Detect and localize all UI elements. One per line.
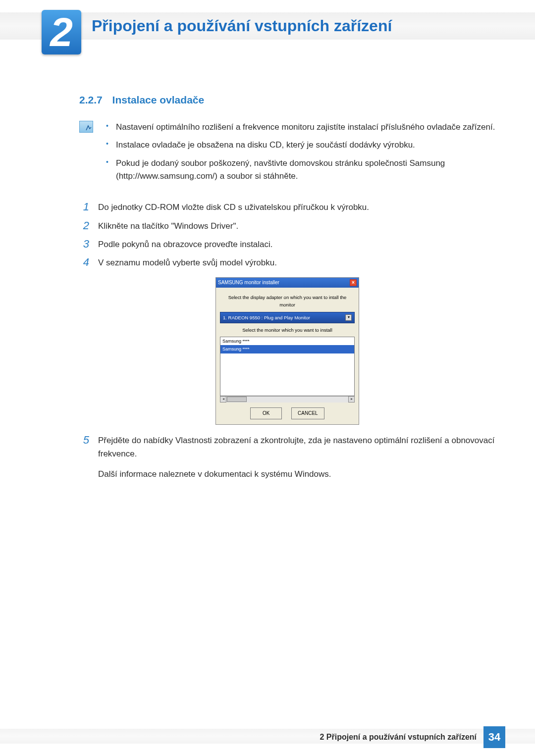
list-item[interactable]: Samsung **** [220,337,354,345]
section-number: 2.2.7 [79,94,103,105]
note-icon [79,121,93,133]
step-text: Klikněte na tlačítko "Windows Driver". [98,219,495,233]
list-item[interactable]: Samsung **** [220,345,354,353]
installer-dialog: SAMSUNG monitor installer × Select the d… [215,277,359,425]
note-item: Pokud je dodaný soubor poškozený, navšti… [103,157,495,183]
step-number: 1 [79,201,89,214]
installer-titlebar: SAMSUNG monitor installer × [216,278,359,288]
step: 1 Do jednotky CD-ROM vložte disk CD s už… [79,201,495,214]
chevron-down-icon[interactable]: ▾ [345,314,352,321]
chapter-number-badge: 2 [42,10,81,54]
step: 2 Klikněte na tlačítko "Windows Driver". [79,219,495,233]
footer-chapter-text: 2 Připojení a používání vstupních zaříze… [320,733,477,742]
installer-adapter-label: Select the display adapter on which you … [220,294,355,308]
page-number: 34 [483,726,505,748]
installer-scrollbar[interactable]: ◂ ▸ [220,396,355,403]
scroll-left-icon[interactable]: ◂ [220,396,226,403]
step-number: 5 [79,434,89,481]
installer-monitor-label: Select the monitor which you want to ins… [220,326,355,334]
step-number: 4 [79,256,89,269]
installer-monitor-list[interactable]: Samsung **** Samsung **** [220,337,355,396]
step-text: V seznamu modelů vyberte svůj model výro… [98,256,495,269]
section-title: Instalace ovladače [112,94,205,105]
page-footer: 2 Připojení a používání vstupních zaříze… [0,726,535,748]
ok-button[interactable]: OK [250,407,282,419]
step-number: 3 [79,238,89,251]
step-text: Do jednotky CD-ROM vložte disk CD s uživ… [98,201,495,214]
step-text: Přejděte do nabídky Vlastnosti zobrazení… [98,434,495,460]
step-number: 2 [79,219,89,233]
step: 3 Podle pokynů na obrazovce proveďte ins… [79,238,495,251]
note-item: Nastavení optimálního rozlišení a frekve… [103,121,495,134]
cancel-button[interactable]: CANCEL [291,407,324,419]
section-heading: 2.2.7 Instalace ovladače [79,94,495,106]
scroll-thumb[interactable] [227,397,247,402]
steps-list: 1 Do jednotky CD-ROM vložte disk CD s už… [79,201,495,481]
note-item: Instalace ovladače je obsažena na disku … [103,139,495,151]
installer-title: SAMSUNG monitor installer [218,279,279,287]
step: 4 V seznamu modelů vyberte svůj model vý… [79,256,495,269]
chapter-title: Připojení a používání vstupních zařízení [92,17,392,35]
installer-adapter-select[interactable]: 1. RADEON 9550 : Plug and Play Monitor ▾ [220,312,355,323]
note-block: Nastavení optimálního rozlišení a frekve… [79,121,495,188]
installer-adapter-value: 1. RADEON 9550 : Plug and Play Monitor [223,314,310,321]
close-icon[interactable]: × [350,279,357,286]
step-extra-text: Další informace naleznete v dokumentaci … [98,467,495,481]
step: 5 Přejděte do nabídky Vlastnosti zobraze… [79,434,495,481]
scroll-right-icon[interactable]: ▸ [348,396,355,403]
step-text: Podle pokynů na obrazovce proveďte insta… [98,238,495,251]
note-list: Nastavení optimálního rozlišení a frekve… [103,121,495,188]
